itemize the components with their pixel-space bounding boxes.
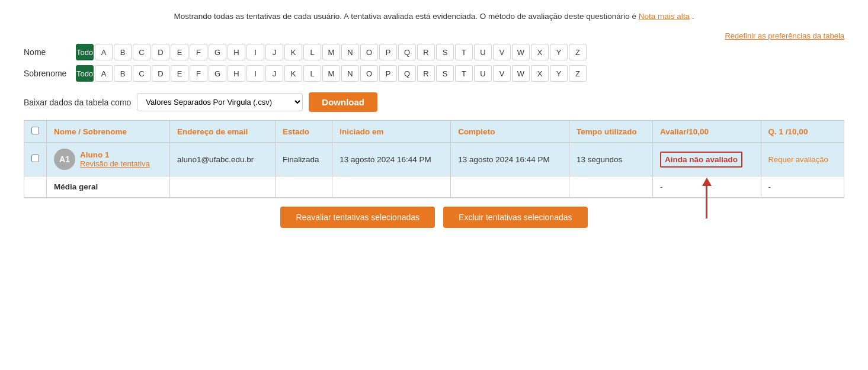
summary-label: Média geral xyxy=(54,182,98,191)
summary-row: Média geral - - xyxy=(24,176,844,198)
last-name-btn-z[interactable]: Z xyxy=(569,65,587,82)
summary-state-cell xyxy=(275,176,332,198)
first-name-btn-x[interactable]: X xyxy=(531,44,549,60)
started-header: Iniciado em xyxy=(332,121,451,143)
last-name-btn-l[interactable]: L xyxy=(303,65,321,82)
last-name-btn-h[interactable]: H xyxy=(228,65,245,82)
last-name-btn-t[interactable]: T xyxy=(455,65,473,82)
time-header: Tempo utilizado xyxy=(569,121,653,143)
first-name-btn-r[interactable]: R xyxy=(417,44,435,60)
first-name-btn-y[interactable]: Y xyxy=(550,44,568,60)
first-name-btn-b[interactable]: B xyxy=(114,44,132,60)
select-all-checkbox[interactable] xyxy=(31,127,39,134)
last-name-btn-s[interactable]: S xyxy=(436,65,454,82)
download-format-select[interactable]: Valores Separados Por Virgula (.csv) xyxy=(137,93,303,111)
first-name-btn-a[interactable]: A xyxy=(95,44,113,60)
row-checkbox[interactable] xyxy=(31,155,39,162)
last-name-btn-c[interactable]: C xyxy=(133,65,150,82)
last-name-btn-i[interactable]: I xyxy=(246,65,264,82)
last-name-btn-g[interactable]: G xyxy=(209,65,226,82)
first-name-btn-i[interactable]: I xyxy=(246,44,264,60)
first-name-btn-m[interactable]: M xyxy=(322,44,340,60)
row-checkbox-cell[interactable] xyxy=(24,143,47,176)
last-name-all-btn[interactable]: Todo xyxy=(76,65,94,82)
started-cell: 13 agosto 2024 16:44 PM xyxy=(332,143,451,176)
summary-label-cell: Média geral xyxy=(47,176,170,198)
q1-cell: Requer avaliação xyxy=(761,143,844,176)
download-section: Baixar dados da tabela como Valores Sepa… xyxy=(24,92,844,112)
first-name-btn-e[interactable]: E xyxy=(171,44,188,60)
first-name-all-btn[interactable]: Todo xyxy=(76,44,94,60)
email-cell: aluno1@ufabc.edu.br xyxy=(169,143,275,176)
q1-header: Q. 1 /10,00 xyxy=(761,121,844,143)
grade-cell: Ainda não avaliado xyxy=(653,143,761,176)
download-label: Baixar dados da tabela como xyxy=(24,98,131,107)
name-header: Nome / Sobrenome xyxy=(47,121,170,143)
download-button[interactable]: Download xyxy=(309,92,377,112)
last-name-btn-r[interactable]: R xyxy=(417,65,435,82)
last-name-btn-q[interactable]: Q xyxy=(398,65,416,82)
first-name-btn-u[interactable]: U xyxy=(474,44,492,60)
review-attempt-link[interactable]: Revisão de tentativa xyxy=(80,159,150,168)
first-name-btn-w[interactable]: W xyxy=(512,44,530,60)
last-name-btn-j[interactable]: J xyxy=(265,65,283,82)
attempts-table: Nome / Sobrenome Endereço de email Estad… xyxy=(24,120,844,198)
first-name-btn-l[interactable]: L xyxy=(303,44,321,60)
last-name-btn-v[interactable]: V xyxy=(493,65,511,82)
summary-email-cell xyxy=(169,176,275,198)
first-name-btn-o[interactable]: O xyxy=(360,44,378,60)
last-name-btn-d[interactable]: D xyxy=(152,65,169,82)
bottom-actions: Reavaliar tentativas selecionadas Exclui… xyxy=(24,207,844,234)
last-name-btn-f[interactable]: F xyxy=(190,65,207,82)
first-name-btn-c[interactable]: C xyxy=(133,44,150,60)
last-name-btn-m[interactable]: M xyxy=(322,65,340,82)
table-row: A1 Aluno 1 Revisão de tentativa aluno1@u… xyxy=(24,143,844,176)
first-name-btn-q[interactable]: Q xyxy=(398,44,416,60)
last-name-btn-k[interactable]: K xyxy=(284,65,302,82)
first-name-btn-p[interactable]: P xyxy=(379,44,397,60)
first-name-btn-g[interactable]: G xyxy=(209,44,226,60)
select-all-checkbox-header[interactable] xyxy=(24,121,47,143)
summary-checkbox-cell xyxy=(24,176,47,198)
last-name-btn-a[interactable]: A xyxy=(95,65,113,82)
last-name-btn-b[interactable]: B xyxy=(114,65,132,82)
summary-time-cell xyxy=(569,176,653,198)
completed-header: Completo xyxy=(451,121,569,143)
last-name-filter: Sobrenome Todo A B C D E F G H I J K L M… xyxy=(24,65,844,82)
reassess-button[interactable]: Reavaliar tentativas selecionadas xyxy=(280,207,435,228)
last-name-btn-o[interactable]: O xyxy=(360,65,378,82)
name-cell: A1 Aluno 1 Revisão de tentativa xyxy=(47,143,170,176)
first-name-btn-n[interactable]: N xyxy=(341,44,359,60)
last-name-label: Sobrenome xyxy=(24,69,71,78)
completed-cell: 13 agosto 2024 16:44 PM xyxy=(451,143,569,176)
arrow-line xyxy=(706,186,707,218)
first-name-filter: Nome Todo A B C D E F G H I J K L M N O … xyxy=(24,44,844,60)
not-graded-badge: Ainda não avaliado xyxy=(660,152,742,168)
first-name-btn-f[interactable]: F xyxy=(190,44,207,60)
first-name-btn-s[interactable]: S xyxy=(436,44,454,60)
first-name-btn-t[interactable]: T xyxy=(455,44,473,60)
summary-started-cell xyxy=(332,176,451,198)
reset-preferences-link[interactable]: Redefinir as preferências da tabela xyxy=(24,31,844,40)
first-name-btn-z[interactable]: Z xyxy=(569,44,587,60)
last-name-btn-p[interactable]: P xyxy=(379,65,397,82)
name-block: Aluno 1 Revisão de tentativa xyxy=(80,150,150,168)
summary-completed-cell xyxy=(451,176,569,198)
summary-q1-cell: - xyxy=(761,176,844,198)
first-name-btn-d[interactable]: D xyxy=(152,44,169,60)
last-name-btn-w[interactable]: W xyxy=(512,65,530,82)
last-name-btn-x[interactable]: X xyxy=(531,65,549,82)
arrow-head-icon xyxy=(702,178,712,186)
first-name-btn-v[interactable]: V xyxy=(493,44,511,60)
first-name-btn-k[interactable]: K xyxy=(284,44,302,60)
first-name-btn-j[interactable]: J xyxy=(265,44,283,60)
last-name-btn-u[interactable]: U xyxy=(474,65,492,82)
last-name-btn-e[interactable]: E xyxy=(171,65,188,82)
nota-mais-alta-link[interactable]: Nota mais alta xyxy=(639,12,690,21)
email-header: Endereço de email xyxy=(169,121,275,143)
time-used-cell: 13 segundos xyxy=(569,143,653,176)
first-name-btn-h[interactable]: H xyxy=(228,44,245,60)
last-name-btn-y[interactable]: Y xyxy=(550,65,568,82)
delete-button[interactable]: Excluir tentativas selecionadas xyxy=(443,207,587,228)
last-name-btn-n[interactable]: N xyxy=(341,65,359,82)
